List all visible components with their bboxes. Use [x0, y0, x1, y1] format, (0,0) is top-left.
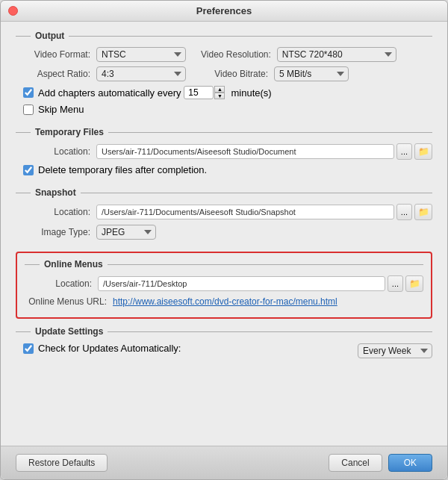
video-bitrate-group: Video Bitrate: 5 MBit/s 6 MBit/s 8 MBit/… [201, 66, 349, 81]
update-check-label: Check for Updates Automatically: [38, 343, 181, 354]
online-menus-url-row: Online Menus URL: http://www.aiseesoft.c… [25, 296, 423, 307]
temp-files-section: Temporary Files Location: Users/air-711/… [16, 127, 432, 180]
online-menus-title: Online Menus [25, 259, 423, 269]
video-format-select[interactable]: NTSC PAL [96, 47, 186, 62]
online-menus-location-path: /Users/air-711/Desktop [98, 276, 385, 291]
temp-location-row: Location: Users/air-711/Documents/Aisees… [16, 143, 432, 160]
temp-location-label: Location: [23, 146, 90, 157]
output-section-title: Output [16, 31, 432, 41]
snapshot-location-row: Location: /Users/air-711/Documents/Aisee… [16, 204, 432, 220]
delete-temp-row: Delete temporary files after completion. [16, 164, 432, 175]
chapters-label: Add chapters automatically every [38, 87, 181, 99]
chapters-unit: minute(s) [231, 87, 271, 99]
footer-right: Cancel OK [329, 454, 432, 472]
preferences-window: Preferences Output Video Format: NTSC PA… [0, 0, 448, 480]
video-bitrate-label: Video Bitrate: [201, 69, 268, 79]
skip-menu-label: Skip Menu [38, 104, 84, 115]
video-resolution-group: Video Resolution: NTSC 720*480 NTSC 720*… [201, 47, 396, 62]
image-type-label: Image Type: [23, 227, 90, 237]
video-bitrate-select[interactable]: 5 MBit/s 6 MBit/s 8 MBit/s [274, 66, 349, 81]
window-title: Preferences [1, 5, 447, 16]
chapters-decrement[interactable]: ▼ [214, 93, 225, 99]
snapshot-location-path: /Users/air-711/Documents/Aiseesoft Studi… [96, 205, 394, 219]
video-format-group: Video Format: NTSC PAL [23, 47, 186, 62]
temp-folder-button[interactable]: 📁 [414, 143, 432, 160]
restore-defaults-button[interactable]: Restore Defaults [16, 454, 108, 472]
skip-menu-checkbox[interactable] [23, 105, 34, 115]
image-type-row: Image Type: JPEG PNG BMP [16, 225, 432, 240]
chapters-input-group: ▲ ▼ [184, 86, 225, 99]
delete-temp-label: Delete temporary files after completion. [38, 164, 207, 175]
snapshot-location-label: Location: [23, 207, 90, 217]
chapters-checkbox[interactable] [23, 87, 34, 98]
output-section: Output Video Format: NTSC PAL Video Reso… [16, 31, 432, 119]
temp-files-title: Temporary Files [16, 127, 432, 137]
update-checkbox-group: Check for Updates Automatically: [23, 343, 343, 354]
image-type-select[interactable]: JPEG PNG BMP [96, 225, 156, 240]
snapshot-folder-button[interactable]: 📁 [414, 204, 432, 220]
snapshot-title: Snapshot [16, 187, 432, 198]
aspect-ratio-label: Aspect Ratio: [23, 69, 90, 79]
temp-location-path: Users/air-711/Documents/Aiseesoft Studio… [96, 144, 394, 159]
delete-temp-checkbox[interactable] [23, 165, 34, 175]
online-menus-url-link[interactable]: http://www.aiseesoft.com/dvd-creator-for… [113, 296, 337, 307]
update-settings-title: Update Settings [16, 326, 432, 337]
footer: Restore Defaults Cancel OK [1, 446, 447, 479]
titlebar: Preferences [1, 1, 447, 22]
chapters-spinner: ▲ ▼ [214, 86, 225, 99]
update-settings-section: Update Settings Check for Updates Automa… [16, 326, 432, 363]
snapshot-ellipsis-button[interactable]: ... [396, 204, 412, 220]
aspect-ratio-select[interactable]: 4:3 16:9 [96, 66, 186, 81]
chapters-increment[interactable]: ▲ [214, 86, 225, 93]
format-resolution-row: Video Format: NTSC PAL Video Resolution:… [16, 47, 432, 62]
aspect-bitrate-row: Aspect Ratio: 4:3 16:9 Video Bitrate: 5 … [16, 66, 432, 81]
cancel-button[interactable]: Cancel [329, 454, 382, 472]
content-area: Output Video Format: NTSC PAL Video Reso… [1, 22, 447, 446]
online-menus-ellipsis-button[interactable]: ... [388, 275, 403, 292]
aspect-ratio-group: Aspect Ratio: 4:3 16:9 [23, 66, 186, 81]
update-check-row: Check for Updates Automatically: Every D… [16, 343, 432, 358]
chapters-number-input[interactable] [184, 86, 214, 99]
chapters-row: Add chapters automatically every ▲ ▼ min… [16, 86, 432, 99]
update-checkbox[interactable] [23, 343, 34, 354]
snapshot-section: Snapshot Location: /Users/air-711/Docume… [16, 187, 432, 244]
online-menus-location-label: Location: [25, 278, 92, 289]
ok-button[interactable]: OK [388, 454, 432, 472]
skip-menu-row: Skip Menu [16, 104, 432, 115]
temp-ellipsis-button[interactable]: ... [396, 143, 412, 160]
video-format-label: Video Format: [23, 49, 90, 60]
close-button[interactable] [8, 6, 18, 16]
update-frequency-select[interactable]: Every Day Every Week Every Month [358, 343, 432, 358]
online-menus-folder-button[interactable]: 📁 [405, 275, 423, 292]
online-menus-url-label: Online Menus URL: [25, 296, 107, 307]
video-resolution-select[interactable]: NTSC 720*480 NTSC 720*576 [277, 47, 396, 62]
online-menus-location-row: Location: /Users/air-711/Desktop ... 📁 [25, 275, 423, 292]
online-menus-section: Online Menus Location: /Users/air-711/De… [16, 252, 432, 319]
video-resolution-label: Video Resolution: [201, 49, 271, 60]
